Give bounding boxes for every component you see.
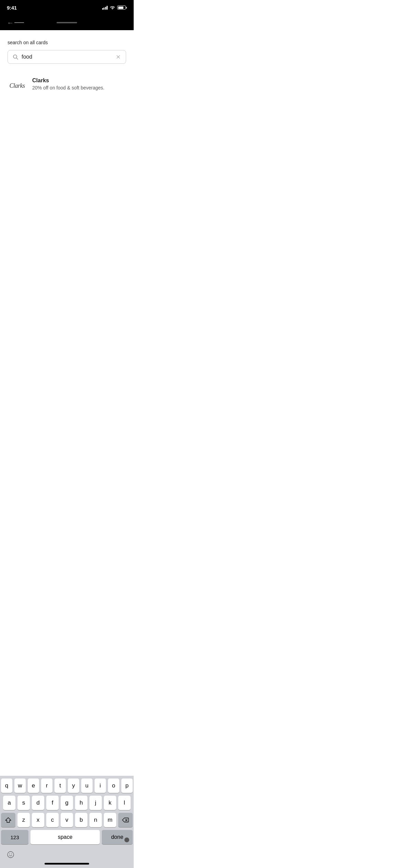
search-clear-button[interactable]	[116, 54, 121, 60]
status-icons	[102, 5, 127, 10]
nav-bar: ←	[0, 15, 134, 30]
signal-icon	[102, 5, 108, 10]
result-text: Clarks 20% off on food & soft beverages.	[32, 76, 105, 91]
wifi-icon	[110, 5, 115, 10]
search-box[interactable]: food	[8, 50, 126, 64]
brand-name: Clarks	[32, 77, 105, 84]
search-icon	[13, 54, 18, 60]
status-time: 9:41	[7, 5, 17, 11]
back-line	[14, 22, 24, 23]
drag-handle	[57, 22, 77, 23]
result-item[interactable]: Clarks Clarks 20% off on food & soft bev…	[8, 73, 126, 98]
search-input[interactable]: food	[22, 54, 116, 60]
brand-logo: Clarks	[8, 76, 27, 95]
back-button[interactable]: ←	[7, 19, 24, 26]
battery-icon	[117, 5, 127, 10]
svg-line-1	[16, 58, 18, 59]
section-title: search on all cards	[8, 40, 126, 45]
clarks-logo-text: Clarks	[9, 82, 25, 89]
status-bar: 9:41	[0, 0, 134, 15]
brand-description: 20% off on food & soft beverages.	[32, 85, 105, 91]
back-arrow-icon: ←	[7, 19, 14, 26]
main-content: search on all cards food Clarks Clarks 2…	[0, 30, 134, 208]
